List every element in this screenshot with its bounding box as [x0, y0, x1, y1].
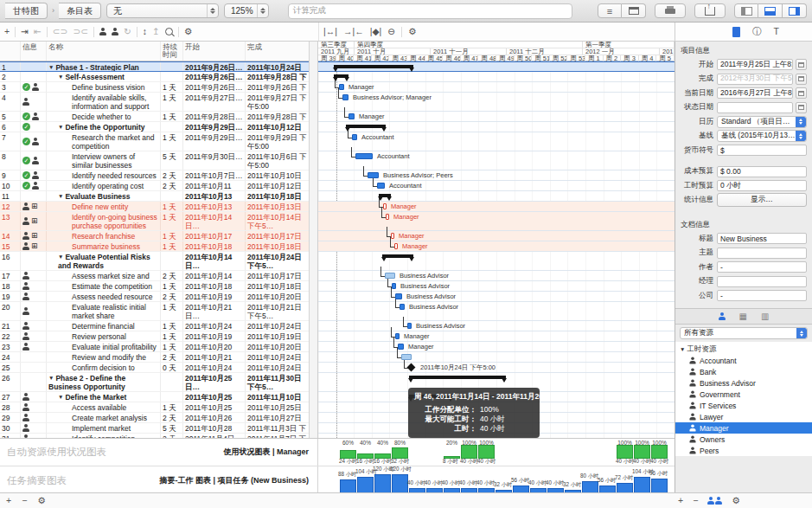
gantt-row[interactable]: Manager	[318, 331, 675, 342]
disclosure-triangle-icon[interactable]: ▼	[58, 193, 63, 199]
toggle-left-panel-button[interactable]	[734, 3, 758, 18]
gantt-row[interactable]: Business Advisor	[318, 321, 675, 331]
share-button[interactable]	[694, 3, 726, 18]
gantt-row[interactable]	[318, 61, 675, 72]
table-row[interactable]: 27▼Define the Market2011年10月25日…2011年11月…	[0, 392, 309, 402]
field-value-input[interactable]: 2011年9月25日 上午8:00	[717, 59, 793, 70]
calendar-view-button[interactable]	[622, 3, 646, 18]
task-bar[interactable]	[355, 153, 373, 159]
resource-item[interactable]: Manager	[675, 422, 812, 434]
gantt-row[interactable]: Manager	[318, 342, 675, 352]
resource-item[interactable]: Lawyer	[675, 411, 812, 422]
gantt-row[interactable]: Business Advisor	[318, 292, 675, 302]
field-value-input[interactable]: 2016年6月27日 上午8:00	[717, 87, 793, 99]
calendar-picker-button[interactable]	[796, 102, 807, 113]
resource-item[interactable]: Bank	[675, 366, 812, 377]
table-row[interactable]: 23Evaluate initial profitability1 天2011年…	[0, 342, 309, 352]
gantt-row[interactable]: Business Advisor	[318, 271, 675, 281]
task-bar[interactable]	[400, 304, 405, 310]
summary-bar[interactable]	[409, 376, 506, 379]
task-bar[interactable]	[377, 183, 385, 189]
calendar-picker-button[interactable]	[796, 74, 807, 85]
filter-select[interactable]: 无	[106, 3, 219, 18]
field-value-input[interactable]: -	[717, 261, 807, 273]
col-duration[interactable]: 持续 时间	[161, 42, 183, 61]
field-select[interactable]: 基线 (2015年10月13日 下午1:…	[717, 130, 807, 142]
table-row[interactable]: 21Determine financial requirements1 天201…	[0, 321, 309, 331]
field-value-input[interactable]	[717, 276, 807, 287]
field-value-input[interactable]: $ 0.00	[717, 166, 807, 177]
print-button[interactable]	[655, 3, 686, 18]
search-icon[interactable]	[165, 28, 173, 35]
gear-icon[interactable]: ⚙	[37, 492, 45, 508]
gantt-row[interactable]: Accountant	[318, 181, 675, 191]
columns-view-icon[interactable]: ▥	[761, 309, 769, 324]
resource-gear-icon[interactable]: ⚙	[732, 492, 739, 508]
gantt-row[interactable]: Manager	[318, 82, 675, 93]
groups-view-icon[interactable]: ▦	[739, 309, 747, 324]
gantt-row[interactable]: Business Advisor; Peers	[318, 170, 675, 181]
table-row[interactable]: 28Access available information1 天2011年10…	[0, 402, 309, 413]
unassign-resource-icon[interactable]	[112, 28, 118, 35]
task-bar[interactable]	[339, 84, 344, 90]
disclosure-triangle-icon[interactable]: ▼	[58, 124, 63, 130]
action-gear-icon[interactable]: ⚙	[184, 23, 192, 41]
gantt-row[interactable]: Manager	[318, 231, 675, 241]
violations-icon[interactable]: ⊖	[387, 23, 395, 41]
gantt-row[interactable]	[318, 352, 675, 363]
show-statistics-button[interactable]: 显示…	[717, 193, 807, 207]
table-row[interactable]: 14⊞Research franchise possibilities1 天20…	[0, 231, 309, 241]
table-row[interactable]: 19Assess needed resource availability2 天…	[0, 292, 309, 302]
col-info[interactable]: 信息	[21, 42, 47, 61]
task-bar[interactable]	[383, 203, 387, 209]
table-row[interactable]: 7✓Research the market and competition1 天…	[0, 132, 309, 151]
gantt-gear-icon[interactable]: ⚙	[408, 23, 416, 41]
remove-resource-icon[interactable]: −	[693, 492, 698, 508]
resource-item[interactable]: Accountant	[675, 355, 812, 366]
gantt-row[interactable]: Business Advisor; Manager	[318, 93, 675, 112]
table-row[interactable]: 13⊞Identify on-going business purchase o…	[0, 212, 309, 231]
assign-resource-icon[interactable]	[99, 28, 106, 35]
zoom-in-icon[interactable]: →|←	[343, 23, 364, 41]
zoom-select[interactable]: 125%	[224, 3, 269, 18]
gantt-row[interactable]: Manager	[318, 212, 675, 231]
table-row[interactable]: 5✓Decide whether to proceed1 天2011年9月28日…	[0, 112, 309, 122]
summary-bar[interactable]	[334, 65, 413, 68]
styles-tab-icon[interactable]: T	[774, 23, 779, 41]
summary-bar[interactable]	[379, 194, 391, 197]
table-row[interactable]: 3✓Define business vision1 天2011年9月26日…20…	[0, 82, 309, 93]
disclosure-triangle-icon[interactable]: ▼	[48, 375, 54, 381]
outline-view-button[interactable]: ≡	[598, 3, 622, 18]
resources-icon[interactable]	[707, 497, 722, 505]
calendar-picker-button[interactable]	[796, 59, 807, 70]
table-row[interactable]: 4Identify available skills, information …	[0, 93, 309, 112]
gantt-row[interactable]: 2011年10月24日 下午5:00	[318, 363, 675, 373]
add-resource-icon[interactable]: +	[678, 492, 683, 508]
task-bar[interactable]	[407, 323, 412, 329]
table-row[interactable]: 9✓Identify needed resources2 天2011年10月7日…	[0, 170, 309, 181]
resource-item[interactable]: Government	[675, 389, 812, 400]
task-bar[interactable]	[395, 333, 400, 339]
task-bar[interactable]	[394, 243, 398, 249]
remove-icon[interactable]: −	[22, 492, 27, 508]
resource-item[interactable]: Owners	[675, 434, 812, 445]
table-gantt-splitter[interactable]	[310, 42, 318, 438]
summary-bar[interactable]	[346, 125, 386, 128]
field-select[interactable]: Standard （项目日历）	[717, 116, 807, 128]
outdent-icon[interactable]: ⇤	[34, 23, 42, 41]
field-value-input[interactable]: -	[717, 290, 807, 301]
usage-chart-row[interactable]: 自动资源使用状况图表 使用状况图表 | Manager 60%24 小时40%1…	[0, 439, 675, 466]
table-row[interactable]: 18Estimate the competition1 天2011年10月18日…	[0, 281, 309, 292]
document-tab-icon[interactable]	[732, 27, 740, 37]
table-row[interactable]: 8✓Interview owners of similar businesses…	[0, 151, 309, 170]
table-row[interactable]: 24Review and modify the strategic plan2 …	[0, 352, 309, 363]
disclosure-triangle-icon[interactable]: ▼	[58, 74, 63, 80]
task-bar[interactable]	[391, 233, 394, 239]
task-bar[interactable]	[386, 214, 389, 220]
gantt-row[interactable]: Accountant	[318, 132, 675, 151]
table-row[interactable]: 11▼Evaluate Business Approach2011年10月13日…	[0, 191, 309, 202]
col-start[interactable]: 开始	[183, 42, 246, 61]
table-row[interactable]: 29Create market analysis plan2 天2011年10月…	[0, 413, 309, 423]
disclosure-triangle-icon[interactable]: ▼	[58, 394, 63, 400]
connect-icon[interactable]: ⊂⊃	[53, 23, 68, 41]
